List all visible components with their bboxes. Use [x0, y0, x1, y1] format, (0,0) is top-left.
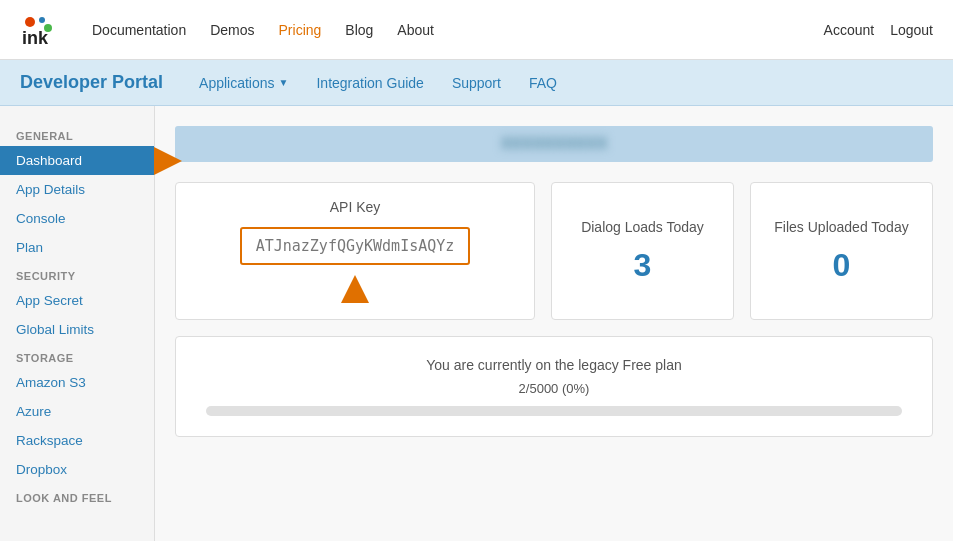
svg-point-1 — [39, 17, 45, 23]
nav-support[interactable]: Support — [440, 69, 513, 97]
sidebar-section-look-and-feel: LOOK AND FEEL — [0, 484, 154, 508]
sidebar-item-amazon-s3[interactable]: Amazon S3 — [0, 368, 154, 397]
plan-label: Plan — [16, 240, 43, 255]
sidebar-item-global-limits[interactable]: Global Limits — [0, 315, 154, 344]
top-nav-links: Documentation Demos Pricing Blog About — [92, 14, 824, 46]
sidebar-item-dropbox[interactable]: Dropbox — [0, 455, 154, 484]
dropbox-label: Dropbox — [16, 462, 67, 477]
blurred-header-bar: XXXXXXXXXX — [175, 126, 933, 162]
api-key-label: API Key — [330, 199, 381, 215]
stats-row: API Key ATJnazZyfQGyKWdmIsAQYz Dialog Lo… — [175, 182, 933, 320]
nav-logout[interactable]: Logout — [890, 22, 933, 38]
app-secret-label: App Secret — [16, 293, 83, 308]
sidebar-item-app-details[interactable]: App Details — [0, 175, 154, 204]
dialog-loads-value: 3 — [634, 247, 652, 284]
sidebar: GENERAL Dashboard App Details Console Pl… — [0, 106, 155, 541]
files-uploaded-value: 0 — [833, 247, 851, 284]
top-nav-right: Account Logout — [824, 22, 933, 38]
nav-account[interactable]: Account — [824, 22, 875, 38]
sidebar-item-rackspace[interactable]: Rackspace — [0, 426, 154, 455]
chevron-down-icon: ▼ — [279, 77, 289, 88]
progress-bar-container — [206, 406, 902, 416]
sidebar-item-app-secret[interactable]: App Secret — [0, 286, 154, 315]
nav-blog[interactable]: Blog — [345, 14, 373, 46]
plan-info-card: You are currently on the legacy Free pla… — [175, 336, 933, 437]
api-key-up-arrow — [341, 275, 369, 303]
secondary-nav-links: Applications ▼ Integration Guide Support… — [187, 69, 569, 97]
svg-text:ink: ink — [22, 28, 49, 48]
azure-label: Azure — [16, 404, 51, 419]
dev-portal-title: Developer Portal — [20, 72, 163, 93]
blurred-app-name: XXXXXXXXXX — [501, 135, 608, 153]
api-key-value[interactable]: ATJnazZyfQGyKWdmIsAQYz — [240, 227, 471, 265]
rackspace-label: Rackspace — [16, 433, 83, 448]
dashboard-arrow-indicator — [154, 147, 182, 175]
logo[interactable]: ink — [20, 12, 62, 48]
svg-point-0 — [25, 17, 35, 27]
console-label: Console — [16, 211, 66, 226]
sidebar-item-plan[interactable]: Plan — [0, 233, 154, 262]
applications-label: Applications — [199, 75, 275, 91]
nav-demos[interactable]: Demos — [210, 14, 254, 46]
dashboard-label: Dashboard — [16, 153, 82, 168]
nav-about[interactable]: About — [397, 14, 434, 46]
sidebar-section-storage: STORAGE — [0, 344, 154, 368]
dialog-loads-card: Dialog Loads Today 3 — [551, 182, 734, 320]
sidebar-section-security: SECURITY — [0, 262, 154, 286]
sidebar-section-general: GENERAL — [0, 122, 154, 146]
sidebar-item-azure[interactable]: Azure — [0, 397, 154, 426]
dialog-loads-label: Dialog Loads Today — [581, 218, 704, 236]
nav-faq[interactable]: FAQ — [517, 69, 569, 97]
global-limits-label: Global Limits — [16, 322, 94, 337]
top-navigation: ink Documentation Demos Pricing Blog Abo… — [0, 0, 953, 60]
amazon-s3-label: Amazon S3 — [16, 375, 86, 390]
usage-text: 2/5000 (0%) — [196, 381, 912, 396]
plan-text: You are currently on the legacy Free pla… — [196, 357, 912, 373]
api-key-card: API Key ATJnazZyfQGyKWdmIsAQYz — [175, 182, 535, 320]
nav-pricing[interactable]: Pricing — [279, 14, 322, 46]
files-uploaded-label: Files Uploaded Today — [774, 218, 908, 236]
nav-integration-guide[interactable]: Integration Guide — [304, 69, 435, 97]
main-container: GENERAL Dashboard App Details Console Pl… — [0, 106, 953, 541]
sidebar-item-console[interactable]: Console — [0, 204, 154, 233]
secondary-navigation: Developer Portal Applications ▼ Integrat… — [0, 60, 953, 106]
nav-applications[interactable]: Applications ▼ — [187, 69, 300, 97]
sidebar-item-dashboard[interactable]: Dashboard — [0, 146, 154, 175]
app-details-label: App Details — [16, 182, 85, 197]
nav-documentation[interactable]: Documentation — [92, 14, 186, 46]
content-area: XXXXXXXXXX API Key ATJnazZyfQGyKWdmIsAQY… — [155, 106, 953, 541]
files-uploaded-card: Files Uploaded Today 0 — [750, 182, 933, 320]
